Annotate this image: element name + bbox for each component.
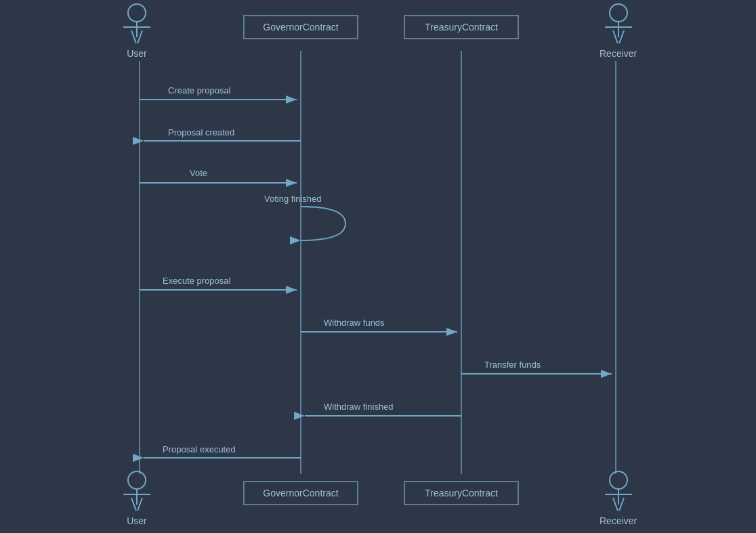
actor-body — [123, 22, 150, 44]
svg-text:Execute proposal: Execute proposal — [163, 276, 231, 286]
svg-text:Withdraw finished: Withdraw finished — [324, 402, 394, 412]
actor-receiver-bottom-label: Receiver — [600, 515, 637, 526]
actor-head — [609, 3, 628, 22]
actor-arms — [605, 494, 632, 495]
actor-arms — [123, 494, 150, 495]
svg-text:Withdraw funds: Withdraw funds — [324, 318, 385, 328]
treasury-contract-top: TreasuryContract — [404, 15, 519, 39]
actor-head — [127, 471, 146, 490]
actor-body — [605, 22, 632, 44]
actor-legs — [131, 30, 143, 44]
actor-receiver-top: Receiver — [600, 3, 637, 59]
governor-contract-top-label: GovernorContract — [263, 22, 338, 33]
actor-leg-left — [612, 30, 618, 43]
actor-legs — [612, 30, 625, 44]
treasury-contract-top-label: TreasuryContract — [425, 22, 498, 33]
actor-receiver-top-figure — [605, 3, 632, 44]
treasury-contract-bottom-label: TreasuryContract — [425, 488, 498, 498]
governor-contract-bottom-label: GovernorContract — [263, 488, 338, 498]
diagram-container: Create proposal Proposal created Vote Vo… — [0, 0, 756, 533]
actor-user-top-figure — [123, 3, 150, 44]
svg-text:Proposal executed: Proposal executed — [163, 444, 236, 454]
actor-head — [609, 471, 628, 490]
actor-leg-left — [131, 498, 137, 511]
actor-leg-left — [131, 30, 137, 43]
actor-arms — [123, 26, 150, 28]
svg-text:Vote: Vote — [190, 168, 207, 178]
actor-receiver-bottom: Receiver — [600, 471, 637, 526]
treasury-contract-bottom: TreasuryContract — [404, 481, 519, 505]
svg-text:Voting finished: Voting finished — [264, 194, 322, 204]
actor-user-top-label: User — [127, 48, 147, 59]
actor-body — [123, 490, 150, 511]
svg-text:Proposal created: Proposal created — [168, 127, 234, 137]
actor-leg-left — [612, 498, 618, 511]
actor-receiver-bottom-figure — [605, 471, 632, 511]
svg-text:Create proposal: Create proposal — [168, 85, 231, 95]
actor-arms — [605, 26, 632, 28]
arrows-layer: Create proposal Proposal created Vote Vo… — [0, 0, 756, 533]
actor-user-bottom-label: User — [127, 515, 147, 526]
governor-contract-top: GovernorContract — [243, 15, 358, 39]
actor-user-top: User — [123, 3, 150, 59]
actor-legs — [131, 498, 143, 511]
actor-user-bottom-figure — [123, 471, 150, 511]
actor-user-bottom: User — [123, 471, 150, 526]
actor-receiver-top-label: Receiver — [600, 48, 637, 59]
actor-leg-right — [618, 30, 625, 43]
actor-leg-right — [137, 498, 143, 511]
actor-body — [605, 490, 632, 511]
actor-leg-right — [137, 30, 143, 43]
actor-head — [127, 3, 146, 22]
governor-contract-bottom: GovernorContract — [243, 481, 358, 505]
svg-text:Transfer funds: Transfer funds — [484, 360, 541, 370]
actor-leg-right — [618, 498, 625, 511]
actor-legs — [612, 498, 625, 511]
